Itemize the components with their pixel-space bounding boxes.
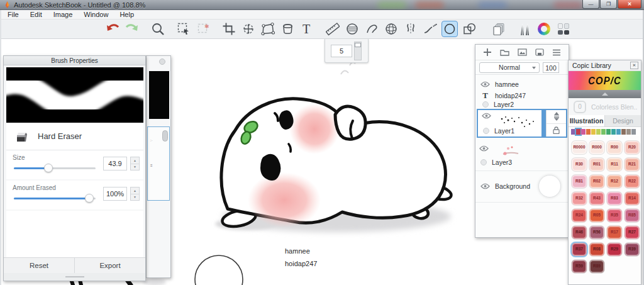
layer-row-layer3[interactable]: Layer3 [475, 140, 569, 169]
puck-size-value[interactable]: 5 [331, 45, 352, 57]
blend-mode-select[interactable]: Normal [479, 62, 540, 73]
text-tool-icon[interactable]: T [299, 21, 315, 37]
spin-down-icon[interactable]: ▼ [131, 194, 139, 201]
import-image-icon[interactable] [518, 48, 527, 56]
fill-icon[interactable] [279, 21, 296, 37]
visibility-dot-icon[interactable] [483, 128, 489, 134]
copic-swatch[interactable]: R21 [625, 158, 640, 171]
copic-swatch[interactable]: R00 [607, 141, 622, 154]
series-swatch[interactable] [586, 129, 591, 135]
layer-reorder-icon[interactable] [547, 110, 566, 124]
transform-icon[interactable] [240, 21, 257, 37]
steady-stroke-icon[interactable] [422, 21, 438, 37]
menu-help[interactable]: Help [114, 11, 139, 18]
copic-swatch[interactable]: R59 [572, 260, 587, 273]
series-swatch[interactable] [621, 129, 626, 135]
circle-tool-icon[interactable] [441, 21, 458, 37]
copic-swatch[interactable]: R32 [572, 192, 587, 205]
french-curve-icon[interactable] [364, 21, 380, 37]
deselect-icon[interactable]: ✱ [195, 21, 211, 37]
tab-design[interactable]: Design [605, 115, 641, 126]
amount-slider-knob[interactable] [85, 194, 94, 203]
copic-swatch[interactable]: R46 [572, 226, 587, 239]
minimize-button[interactable]: — [582, 0, 599, 9]
opacity-field[interactable]: 100 [543, 62, 559, 73]
layer-row-layer2[interactable]: Layer2 [475, 100, 569, 109]
lock-icon[interactable] [547, 124, 566, 137]
copic-swatch[interactable]: R56 [589, 226, 604, 239]
close-button[interactable]: ✕ [618, 0, 641, 9]
visibility-eye-icon[interactable] [480, 183, 490, 189]
series-swatch[interactable] [611, 129, 616, 135]
zoom-tool-icon[interactable] [150, 21, 166, 37]
selection-icon[interactable] [175, 21, 192, 37]
copic-swatch[interactable]: R17 [607, 226, 622, 239]
copic-swatch[interactable]: R20 [625, 141, 640, 154]
copic-swatch[interactable]: R85 [625, 209, 640, 222]
ellipse-guide-icon[interactable] [344, 21, 360, 37]
swatches-icon[interactable] [555, 21, 572, 37]
menu-window[interactable]: Window [79, 11, 113, 18]
layer-row-layer1-selected[interactable]: Layer1 [477, 109, 567, 138]
undo-icon[interactable] [104, 21, 121, 37]
size-slider-knob[interactable] [44, 164, 53, 172]
save-icon[interactable] [535, 48, 544, 56]
layer-menu-icon[interactable] [552, 49, 561, 56]
redo-icon[interactable] [124, 21, 140, 37]
folder-icon[interactable] [500, 48, 509, 56]
tab-illustration[interactable]: Illustration [569, 115, 605, 126]
copic-swatch[interactable]: R11 [607, 158, 622, 171]
puck-slider-thumb[interactable] [355, 43, 361, 47]
series-swatch[interactable] [606, 129, 611, 135]
copic-swatch[interactable]: R39 [625, 243, 640, 256]
series-swatch[interactable] [596, 129, 601, 135]
panel-resize-grip[interactable] [4, 273, 145, 281]
copic-swatch[interactable]: R01 [589, 158, 604, 171]
blender-swatch[interactable]: 0 [574, 101, 586, 113]
brush-panel-title[interactable]: Brush Properties [4, 56, 145, 65]
menu-file[interactable]: File [3, 11, 24, 18]
visibility-eye-icon[interactable] [479, 145, 489, 152]
size-slider[interactable] [14, 167, 96, 169]
copic-swatch[interactable]: R29 [607, 243, 622, 256]
visibility-eye-icon[interactable] [482, 113, 491, 119]
close-icon[interactable]: ✕ [630, 62, 638, 69]
layer-row-hamnee[interactable]: hamnee [475, 79, 569, 90]
series-swatch[interactable] [601, 129, 606, 135]
copic-swatch[interactable]: R24 [572, 209, 587, 222]
copic-swatch[interactable]: R000 [589, 141, 604, 154]
symmetry-icon[interactable] [402, 21, 419, 37]
visibility-eye-icon[interactable] [480, 81, 490, 87]
visibility-dot-icon[interactable] [480, 159, 487, 165]
series-swatch[interactable] [591, 129, 596, 135]
copic-swatch[interactable]: R12 [607, 175, 622, 188]
copic-swatch[interactable]: R02 [589, 175, 604, 188]
copic-swatch[interactable]: R89 [589, 260, 604, 273]
copy-layers-icon[interactable] [491, 21, 507, 37]
series-swatch[interactable] [626, 129, 631, 135]
amount-slider[interactable] [14, 198, 96, 199]
colorless-blender-row[interactable]: 0 Colorless Blen.. [569, 98, 641, 115]
background-color-thumbnail[interactable] [538, 175, 561, 198]
menu-image[interactable]: Image [48, 11, 78, 18]
crop-icon[interactable] [221, 21, 237, 37]
size-value[interactable]: 43.9 [103, 157, 127, 170]
size-spinner[interactable]: ▲▼ [130, 157, 140, 170]
series-swatch[interactable] [616, 129, 621, 135]
series-swatch[interactable] [581, 129, 586, 135]
layer-row-background[interactable]: Background [475, 172, 569, 201]
amount-spinner[interactable]: ▲▼ [130, 187, 140, 201]
export-button[interactable]: Export [75, 258, 145, 273]
ruler-icon[interactable] [325, 21, 341, 37]
menu-edit[interactable]: Edit [25, 11, 47, 18]
copic-swatch[interactable]: R0000 [572, 141, 587, 154]
color-swatch-black[interactable] [149, 71, 169, 119]
mesh-sphere-icon[interactable] [383, 21, 399, 37]
dual-brush-icon[interactable] [516, 21, 533, 37]
copic-swatch-selected[interactable]: R37 [572, 243, 587, 256]
series-swatch-selected[interactable] [576, 129, 580, 135]
shapes-icon[interactable] [461, 21, 477, 37]
copic-swatch[interactable]: R83 [607, 192, 622, 205]
copic-swatch[interactable]: R22 [625, 175, 640, 188]
copic-swatch[interactable]: R30 [572, 158, 587, 171]
